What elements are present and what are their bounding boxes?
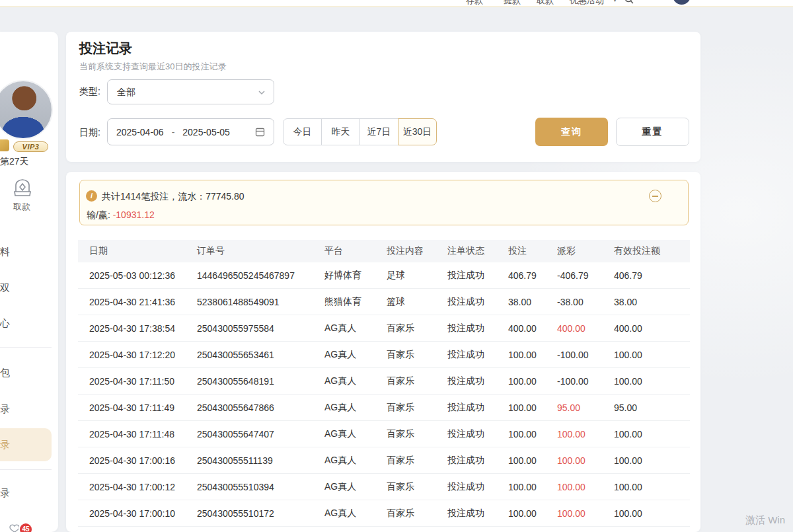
nav-item[interactable]: 提款 (504, 0, 521, 7)
quick-range-button[interactable]: 近30日 (398, 118, 437, 145)
table-cell: 2025-04-30 17:11:48 (78, 429, 197, 439)
bet-record-table-panel: i 共计1414笔投注，流水：77745.80 输/赢: -10931.12 日… (66, 172, 700, 532)
table-cell: 250430055647866 (197, 402, 324, 413)
table-cell: -38.00 (557, 297, 614, 307)
table-header-row: 日期订单号平台投注内容注单状态投注派彩有效投注额 (78, 240, 690, 262)
table-cell: AG真人 (324, 349, 387, 361)
quick-range-button[interactable]: 昨天 (321, 118, 360, 145)
chevron-down-icon (258, 80, 266, 105)
nav-item[interactable]: 优惠活动 (570, 0, 604, 7)
table-cell: 百家乐 (387, 323, 447, 334)
windows-activation-watermark: 激活 Win (745, 514, 785, 527)
quick-range-button[interactable]: 今日 (283, 118, 322, 145)
table-cell: 250430055648191 (197, 376, 324, 387)
table-cell: 2025-04-30 17:11:50 (78, 376, 197, 387)
table-cell: 2025-04-30 17:00:10 (78, 508, 197, 519)
reset-button[interactable]: 重置 (616, 118, 689, 146)
sidebar-menu-item[interactable]: 录 (0, 428, 52, 461)
sidebar-divider (0, 469, 52, 470)
table-cell: 400.00 (614, 323, 690, 334)
table-cell: 250430055975584 (197, 323, 324, 334)
page-subtitle: 当前系统支持查询最近30日的投注记录 (79, 61, 226, 73)
table-cell: -100.00 (557, 376, 614, 387)
calendar-icon[interactable] (255, 127, 265, 137)
bet-record-filter-panel: 投注记录 当前系统支持查询最近30日的投注记录 类型: 全部 日期: 2025-… (66, 32, 700, 162)
withdraw-icon[interactable] (12, 178, 33, 198)
table-cell: 1446496505245467897 (197, 270, 324, 281)
table-row: 2025-04-30 17:00:16250430055511139AG真人百家… (78, 447, 690, 474)
page-title: 投注记录 (79, 40, 132, 57)
table-row: 2025-04-30 17:00:12250430055510394AG真人百家… (78, 474, 690, 500)
table-row: 2025-04-30 21:41:365238061488549091熊猫体育篮… (78, 289, 690, 315)
quick-range-button[interactable]: 近7日 (359, 118, 398, 145)
quick-date-group: 今日昨天近7日近30日 (283, 118, 437, 145)
table-cell: 400.00 (557, 323, 614, 334)
date-range-input[interactable]: 2025-04-06 - 2025-05-05 (107, 118, 274, 145)
table-cell: 100.00 (508, 508, 557, 519)
table-cell: 好博体育 (324, 270, 387, 282)
table-cell: 百家乐 (387, 455, 447, 467)
table-cell: 百家乐 (387, 349, 447, 361)
table-cell: 100.00 (508, 402, 557, 413)
table-cell: 百家乐 (387, 428, 447, 440)
search-icon[interactable] (624, 0, 634, 5)
table-cell: 100.00 (614, 482, 690, 492)
table-cell: 100.00 (614, 429, 690, 439)
table-cell: 投注成功 (447, 455, 508, 467)
sidebar-menu-item[interactable]: 包 (0, 367, 10, 379)
vip-medal-icon (0, 139, 9, 151)
info-icon: i (86, 190, 97, 202)
summary-winloss: 输/赢: -10931.12 (87, 209, 155, 221)
table-cell: 2025-04-30 17:12:20 (78, 350, 197, 360)
table-cell: 投注成功 (447, 508, 508, 519)
table-row: 2025-04-30 17:12:20250430055653461AG真人百家… (78, 342, 690, 368)
sidebar-menu-item[interactable]: 录 (0, 403, 10, 416)
sidebar-menu-item[interactable]: 料 (0, 246, 10, 258)
table-cell: 100.00 (508, 429, 557, 439)
query-button[interactable]: 查询 (535, 118, 608, 146)
table-cell: AG真人 (324, 455, 387, 467)
table-cell: 100.00 (557, 508, 614, 519)
sidebar-menu-item[interactable]: 录 (0, 487, 10, 500)
nav-item[interactable]: 取款 (537, 0, 554, 7)
table-cell: 250430055653461 (197, 350, 324, 360)
table-cell: 100.00 (557, 455, 614, 466)
table-cell: 38.00 (614, 297, 690, 307)
collapse-icon[interactable] (649, 190, 661, 202)
nav-item[interactable]: 存款 (466, 0, 483, 7)
sidebar-menu-item[interactable]: 双 (0, 282, 10, 295)
table-cell: 篮球 (387, 296, 447, 308)
table-cell: 406.79 (614, 270, 690, 281)
table-cell: 95.00 (614, 402, 690, 413)
table-header-cell: 派彩 (557, 245, 614, 257)
table-cell: 2025-04-30 17:38:54 (78, 323, 197, 334)
table-header-cell: 平台 (324, 245, 387, 257)
table-cell: 2025-04-30 17:00:12 (78, 482, 197, 492)
date-to-value: 2025-05-05 (182, 127, 230, 137)
table-cell: 400.00 (508, 323, 557, 334)
user-avatar[interactable] (0, 80, 53, 139)
table-row: 2025-05-03 00:12:361446496505245467897好博… (78, 262, 690, 289)
table-cell: 100.00 (557, 482, 614, 492)
table-cell: AG真人 (324, 323, 387, 334)
notification-badge: 45 (20, 523, 32, 532)
table-cell: 百家乐 (387, 508, 447, 519)
table-row: 2025-04-30 17:11:49250430055647866AG真人百家… (78, 395, 690, 421)
table-cell: -100.00 (557, 350, 614, 360)
table-cell: 95.00 (557, 402, 614, 413)
withdraw-label[interactable]: 取款 (13, 201, 30, 213)
user-avatar-small[interactable] (673, 0, 691, 5)
table-header-cell: 注单状态 (447, 245, 508, 257)
table-header-cell: 投注内容 (387, 245, 447, 257)
date-separator: - (172, 127, 175, 137)
summary-totals: 共计1414笔投注，流水：77745.80 (102, 191, 245, 203)
table-cell: 百家乐 (387, 402, 447, 414)
type-select[interactable]: 全部 (107, 79, 274, 104)
table-cell: 250430055511139 (197, 455, 324, 466)
table-cell: 投注成功 (447, 323, 508, 334)
sidebar-menu-item[interactable]: 心 (0, 317, 10, 330)
winloss-label: 输/赢: (87, 209, 110, 220)
winloss-value: -10931.12 (113, 209, 155, 220)
table-header-cell: 日期 (78, 245, 197, 257)
table-cell: 250430055510394 (197, 482, 324, 492)
